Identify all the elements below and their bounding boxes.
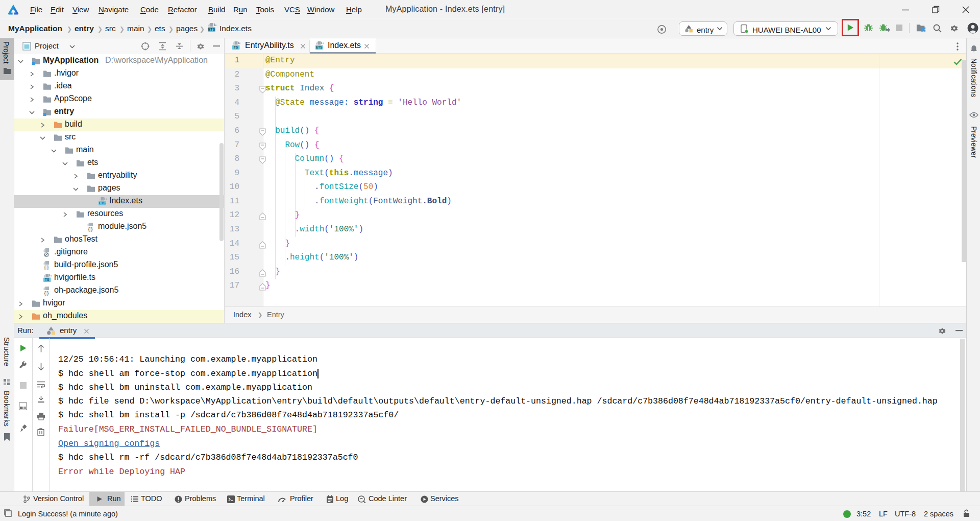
svg-text:{}: {} [44,291,50,296]
svg-text:{}: {} [44,266,50,271]
svg-text:TS: TS [234,45,238,49]
svg-text:ETS: ETS [208,28,215,31]
svg-text:ETS: ETS [99,201,106,205]
svg-text:TS: TS [45,278,50,281]
svg-text:ETS: ETS [316,45,323,49]
svg-text:{}: {} [88,227,93,232]
